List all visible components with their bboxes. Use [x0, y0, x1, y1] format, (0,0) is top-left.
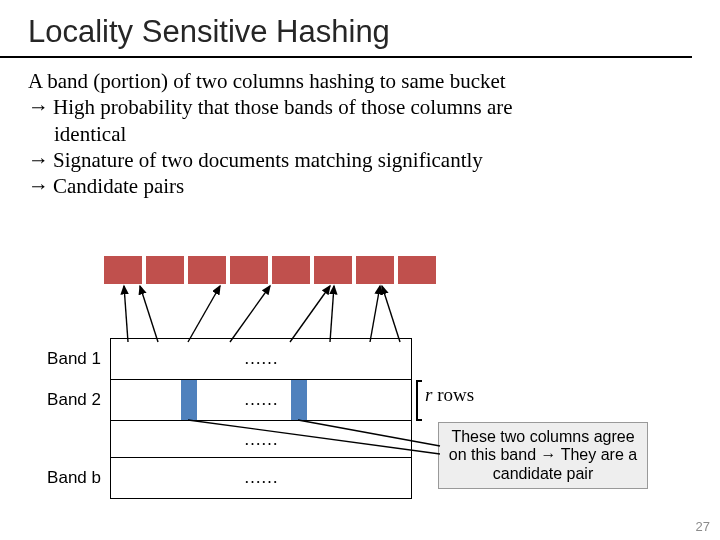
- arrow-icon: →: [28, 147, 49, 173]
- text-line: → Candidate pairs: [28, 173, 692, 199]
- diagram: Band 1 …… Band 2 …… …… Band b …… r rows …: [80, 256, 640, 526]
- arrow-icon: →: [28, 94, 49, 120]
- arrow-icon: →: [28, 173, 49, 199]
- text: Candidate pairs: [53, 173, 184, 199]
- svg-line-8: [188, 420, 440, 454]
- page-title: Locality Sensitive Hashing: [0, 0, 720, 56]
- text-line: A band (portion) of two columns hashing …: [28, 68, 692, 94]
- text: High probability that those bands of tho…: [53, 94, 513, 120]
- slide-number: 27: [696, 519, 710, 534]
- text: Signature of two documents matching sign…: [53, 147, 483, 173]
- text-line: → High probability that those bands of t…: [28, 94, 692, 120]
- svg-line-9: [298, 420, 440, 446]
- text-line: → Signature of two documents matching si…: [28, 147, 692, 173]
- body-text: A band (portion) of two columns hashing …: [0, 58, 720, 199]
- callout-lines: [80, 256, 640, 516]
- text-line: identical: [28, 121, 692, 147]
